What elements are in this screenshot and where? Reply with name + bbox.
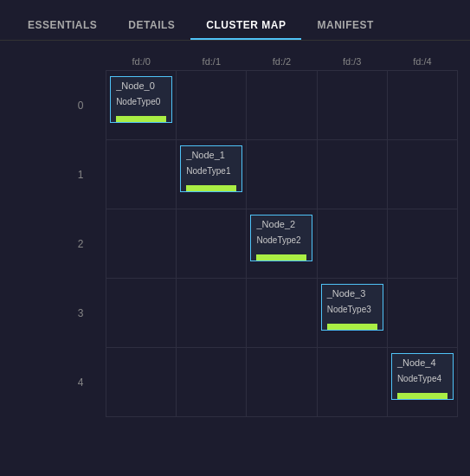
- col-header-3: fd:/3: [317, 53, 387, 71]
- cluster-grid: fd:/0fd:/1fd:/2fd:/3fd:/4 0_Node_0NodeTy…: [55, 53, 458, 417]
- grid-cell-0-4: [387, 71, 457, 140]
- grid-cell-4-4: _Node_4NodeType4: [387, 348, 457, 417]
- col-header-4: fd:/4: [387, 53, 457, 71]
- node-name: _Node_1: [186, 150, 236, 160]
- grid-cell-1-3: [317, 140, 387, 209]
- row-label-2: 2: [55, 209, 106, 279]
- node-type: NodeType2: [256, 235, 306, 245]
- col-header-1: fd:/1: [177, 53, 247, 71]
- node-status-bar: [116, 116, 166, 122]
- grid-cell-4-0: [106, 348, 177, 417]
- col-header-0: fd:/0: [106, 53, 177, 71]
- node-status-bar: [397, 393, 447, 399]
- node-type: NodeType0: [116, 97, 166, 106]
- node-status-bar: [327, 324, 377, 330]
- node-name: _Node_2: [256, 219, 306, 229]
- grid-cell-4-3: [317, 348, 387, 417]
- grid-cell-2-0: [106, 209, 177, 279]
- grid-cell-3-2: [247, 279, 317, 348]
- grid-cell-3-4: [387, 279, 457, 348]
- grid-cell-3-1: [177, 279, 247, 348]
- grid-wrapper: fd:/0fd:/1fd:/2fd:/3fd:/4 0_Node_0NodeTy…: [12, 53, 458, 417]
- grid-cell-0-3: [317, 71, 387, 140]
- grid-cell-1-0: [106, 140, 177, 209]
- grid-cell-2-1: [177, 209, 247, 279]
- row-label-0: 0: [55, 71, 106, 140]
- nav-item-cluster-map[interactable]: CLUSTER MAP: [190, 12, 301, 40]
- upgrade-domain-label: [12, 53, 55, 80]
- node-status-bar: [186, 185, 236, 191]
- grid-cell-1-4: [387, 140, 457, 209]
- cluster-map-content: fd:/0fd:/1fd:/2fd:/3fd:/4 0_Node_0NodeTy…: [0, 41, 470, 426]
- grid-cell-4-2: [247, 348, 317, 417]
- col-header-2: fd:/2: [247, 53, 317, 71]
- grid-cell-0-0: _Node_0NodeType0: [106, 71, 177, 140]
- nav-item-details[interactable]: DETAILS: [113, 12, 190, 40]
- grid-cell-3-3: _Node_3NodeType3: [317, 279, 387, 348]
- row-label-1: 1: [55, 140, 106, 209]
- nav-item-essentials[interactable]: ESSENTIALS: [12, 12, 113, 40]
- node-card-_Node_1[interactable]: _Node_1NodeType1: [180, 145, 242, 192]
- node-name: _Node_0: [116, 80, 166, 91]
- grid-cell-1-1: _Node_1NodeType1: [177, 140, 247, 209]
- row-label-3: 3: [55, 279, 106, 348]
- grid-cell-2-3: [317, 209, 387, 279]
- node-type: NodeType1: [186, 166, 236, 176]
- grid-cell-0-2: [247, 71, 317, 140]
- node-card-_Node_4[interactable]: _Node_4NodeType4: [391, 353, 454, 400]
- grid-cell-3-0: [106, 279, 177, 348]
- nav-item-manifest[interactable]: MANIFEST: [301, 12, 389, 40]
- node-type: NodeType3: [327, 305, 377, 314]
- node-name: _Node_4: [397, 357, 447, 368]
- row-label-4: 4: [55, 348, 106, 417]
- node-name: _Node_3: [327, 288, 377, 299]
- node-card-_Node_3[interactable]: _Node_3NodeType3: [321, 284, 383, 331]
- grid-cell-2-2: _Node_2NodeType2: [247, 209, 317, 279]
- grid-cell-1-2: [247, 140, 317, 209]
- row-label-header: [55, 53, 106, 71]
- grid-cell-2-4: [387, 209, 457, 279]
- node-card-_Node_2[interactable]: _Node_2NodeType2: [250, 215, 312, 261]
- nav-bar: ESSENTIALSDETAILSCLUSTER MAPMANIFEST: [0, 12, 470, 41]
- grid-cell-0-1: [177, 71, 247, 140]
- node-type: NodeType4: [397, 374, 447, 383]
- page-header: [0, 0, 470, 12]
- grid-cell-4-1: [177, 348, 247, 417]
- node-card-_Node_0[interactable]: _Node_0NodeType0: [110, 76, 172, 123]
- node-status-bar: [256, 254, 306, 261]
